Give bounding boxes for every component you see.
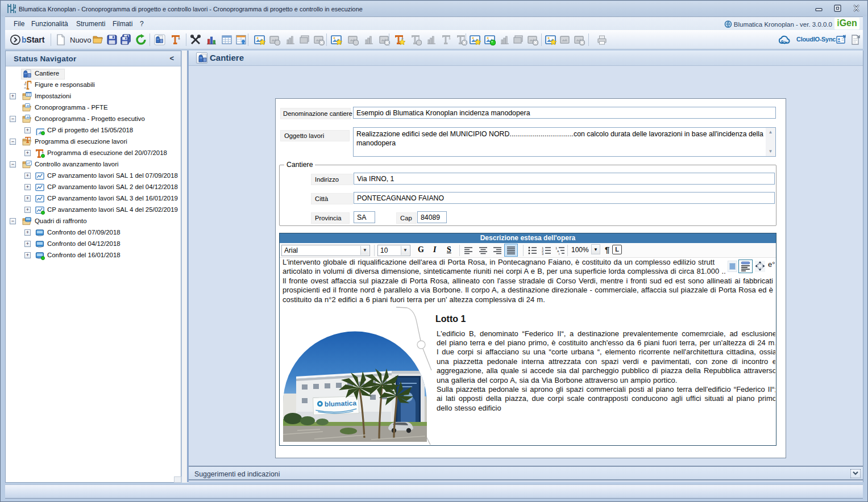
svg-text:i: i	[559, 252, 559, 256]
svg-text:3: 3	[542, 252, 544, 256]
svg-text:blumatica: blumatica	[325, 399, 357, 408]
